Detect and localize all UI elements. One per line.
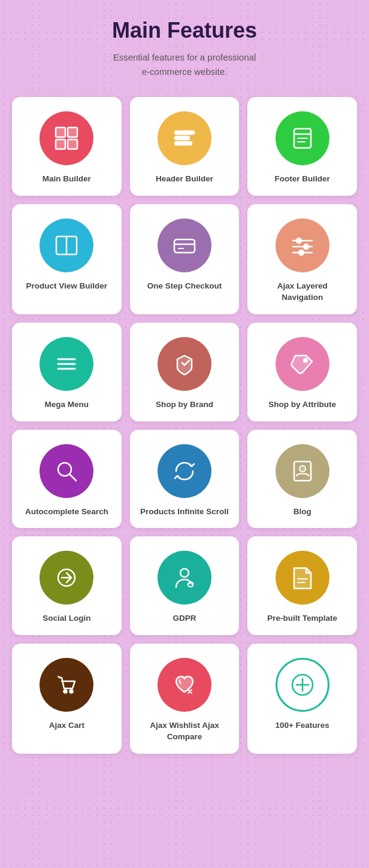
card-ajax-layered-navigation[interactable]: Ajax Layered Navigation [247, 204, 357, 314]
products-infinite-scroll-label: Products Infinite Scroll [140, 506, 229, 518]
more-features-label: 100+ Features [275, 720, 329, 732]
page-title: Main Features [12, 18, 357, 43]
svg-point-17 [297, 238, 301, 243]
card-one-step-checkout[interactable]: One Step Checkout [130, 204, 240, 314]
svg-rect-3 [68, 139, 77, 149]
svg-point-35 [70, 690, 73, 693]
card-blog[interactable]: Blog [247, 430, 357, 529]
ajax-cart-label: Ajax Cart [49, 720, 84, 732]
social-login-label: Social Login [43, 613, 90, 624]
pre-built-template-label: Pre-built Template [267, 613, 337, 624]
svg-rect-13 [174, 239, 195, 253]
autocomplete-search-label: Autocomplete Search [25, 506, 108, 518]
shop-by-brand-icon [158, 337, 211, 391]
ajax-cart-icon [40, 658, 93, 712]
card-shop-by-brand[interactable]: Shop by Brand [130, 323, 240, 421]
footer-builder-icon [276, 111, 329, 165]
main-builder-label: Main Builder [43, 174, 91, 185]
header-builder-icon [158, 111, 211, 165]
card-product-view-builder[interactable]: Product View Builder [12, 204, 122, 314]
social-login-icon [40, 551, 93, 605]
svg-line-27 [69, 474, 76, 481]
gdpr-icon [158, 551, 211, 605]
ajax-layered-navigation-icon [276, 218, 329, 272]
footer-builder-label: Footer Builder [275, 174, 330, 185]
card-gdpr[interactable]: GDPR [130, 536, 240, 635]
card-header-builder[interactable]: Header Builder [130, 97, 240, 196]
more-features-icon [276, 658, 329, 712]
ajax-wishlist-compare-label: Ajax Wishlist Ajax Compare [138, 720, 231, 743]
svg-point-34 [64, 690, 67, 693]
svg-point-29 [300, 466, 306, 472]
card-autocomplete-search[interactable]: Autocomplete Search [12, 430, 122, 529]
card-ajax-wishlist-compare[interactable]: Ajax Wishlist Ajax Compare [130, 644, 240, 754]
ajax-wishlist-compare-icon [158, 658, 211, 712]
card-products-infinite-scroll[interactable]: Products Infinite Scroll [130, 430, 240, 529]
one-step-checkout-label: One Step Checkout [147, 281, 222, 292]
svg-rect-0 [56, 128, 65, 137]
svg-rect-4 [175, 131, 194, 134]
product-view-builder-icon [40, 218, 93, 272]
blog-icon [276, 444, 329, 498]
card-shop-by-attribute[interactable]: Shop by Attribute [247, 323, 357, 421]
svg-rect-6 [175, 142, 192, 145]
card-mega-menu[interactable]: Mega Menu [12, 323, 122, 421]
svg-point-25 [304, 359, 307, 362]
shop-by-attribute-icon [276, 337, 329, 391]
blog-label: Blog [294, 506, 311, 518]
main-builder-icon [40, 111, 93, 165]
ajax-layered-navigation-label: Ajax Layered Navigation [256, 281, 349, 304]
svg-point-21 [299, 250, 304, 255]
one-step-checkout-icon [158, 218, 211, 272]
features-grid: Main Builder Header Builder Footer Build… [12, 97, 357, 754]
shop-by-attribute-label: Shop by Attribute [268, 399, 336, 411]
svg-point-31 [180, 569, 189, 577]
svg-rect-1 [68, 128, 77, 137]
svg-rect-2 [56, 139, 65, 149]
autocomplete-search-icon [40, 444, 93, 498]
shop-by-brand-label: Shop by Brand [156, 399, 213, 411]
header-builder-label: Header Builder [156, 174, 213, 185]
card-footer-builder[interactable]: Footer Builder [247, 97, 357, 196]
mega-menu-label: Mega Menu [45, 399, 89, 411]
card-pre-built-template[interactable]: Pre-built Template [247, 536, 357, 635]
mega-menu-icon [40, 337, 93, 391]
products-infinite-scroll-icon [158, 444, 211, 498]
product-view-builder-label: Product View Builder [26, 281, 108, 292]
card-main-builder[interactable]: Main Builder [12, 97, 122, 196]
card-ajax-cart[interactable]: Ajax Cart [12, 644, 122, 754]
svg-point-19 [304, 244, 308, 249]
pre-built-template-icon [276, 551, 329, 605]
svg-rect-5 [175, 136, 189, 139]
page-subtitle: Essential features for a professionale-c… [12, 50, 357, 79]
card-more-features[interactable]: 100+ Features [247, 644, 357, 754]
gdpr-label: GDPR [173, 613, 196, 624]
card-social-login[interactable]: Social Login [12, 536, 122, 635]
